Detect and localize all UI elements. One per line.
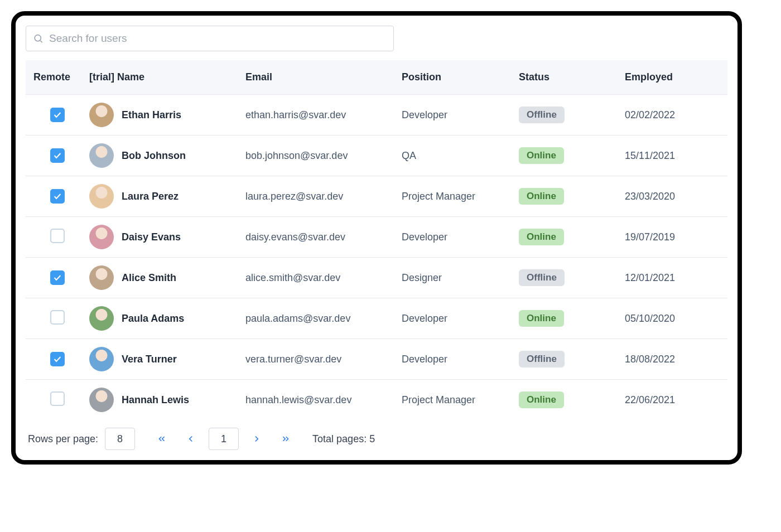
chevron-left-icon	[186, 434, 196, 444]
check-icon	[53, 273, 62, 282]
search-icon	[33, 33, 44, 44]
rows-per-page-input[interactable]: 8	[105, 428, 135, 450]
chevrons-left-icon	[157, 434, 167, 444]
chevrons-right-icon	[281, 434, 291, 444]
user-position: Project Manager	[394, 176, 511, 217]
pagination: Rows per page: 8 1 Total pages: 5	[26, 420, 727, 454]
total-pages-label: Total pages: 5	[312, 433, 375, 445]
avatar	[89, 143, 114, 168]
avatar	[89, 265, 114, 290]
prev-page-button[interactable]	[180, 428, 202, 450]
remote-checkbox[interactable]	[50, 148, 65, 163]
table-row[interactable]: Hannah Lewishannah.lewis@svar.devProject…	[26, 380, 727, 420]
user-email: daisy.evans@svar.dev	[238, 217, 394, 258]
table-row[interactable]: Daisy Evansdaisy.evans@svar.devDeveloper…	[26, 217, 727, 258]
user-email: laura.perez@svar.dev	[238, 176, 394, 217]
user-email: ethan.harris@svar.dev	[238, 95, 394, 136]
user-employed: 15/11/2021	[617, 136, 727, 176]
avatar	[89, 347, 114, 371]
avatar	[89, 184, 114, 209]
users-table: Remote [trial] Name Email Position Statu…	[26, 60, 727, 420]
table-row[interactable]: Alice Smithalice.smith@svar.devDesignerO…	[26, 258, 727, 298]
user-name: Bob Johnson	[122, 150, 186, 162]
user-email: alice.smith@svar.dev	[238, 258, 394, 298]
rows-per-page-label: Rows per page:	[28, 433, 98, 445]
user-name: Alice Smith	[122, 272, 176, 284]
user-email: vera.turner@svar.dev	[238, 339, 394, 380]
user-position: Project Manager	[394, 380, 511, 420]
avatar	[89, 103, 114, 127]
user-position: Designer	[394, 258, 511, 298]
table-row[interactable]: Ethan Harrisethan.harris@svar.devDevelop…	[26, 95, 727, 136]
user-name: Laura Perez	[122, 191, 179, 202]
user-employed: 22/06/2021	[617, 380, 727, 420]
user-name: Paula Adams	[122, 313, 184, 325]
remote-checkbox[interactable]	[50, 189, 65, 204]
check-icon	[53, 151, 62, 160]
user-name: Vera Turner	[122, 354, 177, 365]
status-badge: Online	[519, 310, 564, 327]
user-email: hannah.lewis@svar.dev	[238, 380, 394, 420]
table-row[interactable]: Paula Adamspaula.adams@svar.devDeveloper…	[26, 298, 727, 339]
user-position: Developer	[394, 95, 511, 136]
table-row[interactable]: Bob Johnsonbob.johnson@svar.devQAOnline1…	[26, 136, 727, 176]
user-position: Developer	[394, 298, 511, 339]
remote-checkbox[interactable]	[50, 310, 65, 325]
check-icon	[53, 110, 62, 119]
last-page-button[interactable]	[274, 428, 297, 450]
remote-checkbox[interactable]	[50, 352, 65, 366]
user-name: Ethan Harris	[122, 109, 181, 121]
user-name: Daisy Evans	[122, 231, 181, 243]
column-header-employed[interactable]: Employed	[617, 60, 727, 95]
user-position: QA	[394, 136, 511, 176]
svg-point-0	[35, 35, 41, 41]
app-frame: Remote [trial] Name Email Position Statu…	[11, 11, 742, 465]
user-employed: 05/10/2020	[617, 298, 727, 339]
chevron-right-icon	[252, 434, 262, 444]
remote-checkbox[interactable]	[50, 108, 65, 122]
check-icon	[53, 192, 62, 201]
user-position: Developer	[394, 339, 511, 380]
status-badge: Online	[519, 229, 564, 245]
user-email: paula.adams@svar.dev	[238, 298, 394, 339]
check-icon	[53, 355, 62, 364]
search-container	[26, 26, 394, 51]
avatar	[89, 225, 114, 249]
current-page-input[interactable]: 1	[209, 428, 239, 450]
status-badge: Online	[519, 391, 564, 408]
column-header-status[interactable]: Status	[511, 60, 617, 95]
column-header-email[interactable]: Email	[238, 60, 394, 95]
search-input[interactable]	[49, 32, 387, 45]
user-employed: 02/02/2022	[617, 95, 727, 136]
avatar	[89, 306, 114, 331]
status-badge: Offline	[519, 107, 565, 123]
status-badge: Offline	[519, 351, 565, 367]
user-name: Hannah Lewis	[122, 394, 189, 406]
column-header-name[interactable]: [trial] Name	[81, 60, 238, 95]
status-badge: Offline	[519, 269, 565, 286]
table-row[interactable]: Laura Perezlaura.perez@svar.devProject M…	[26, 176, 727, 217]
avatar	[89, 388, 114, 412]
first-page-button[interactable]	[151, 428, 173, 450]
user-email: bob.johnson@svar.dev	[238, 136, 394, 176]
status-badge: Online	[519, 147, 564, 164]
status-badge: Online	[519, 188, 564, 205]
column-header-position[interactable]: Position	[394, 60, 511, 95]
svg-line-1	[40, 41, 42, 42]
user-position: Developer	[394, 217, 511, 258]
column-header-remote[interactable]: Remote	[26, 60, 81, 95]
remote-checkbox[interactable]	[50, 391, 65, 406]
user-employed: 12/01/2021	[617, 258, 727, 298]
user-employed: 23/03/2020	[617, 176, 727, 217]
remote-checkbox[interactable]	[50, 270, 65, 285]
next-page-button[interactable]	[245, 428, 268, 450]
user-employed: 19/07/2019	[617, 217, 727, 258]
table-row[interactable]: Vera Turnervera.turner@svar.devDeveloper…	[26, 339, 727, 380]
user-employed: 18/08/2022	[617, 339, 727, 380]
remote-checkbox[interactable]	[50, 229, 65, 243]
